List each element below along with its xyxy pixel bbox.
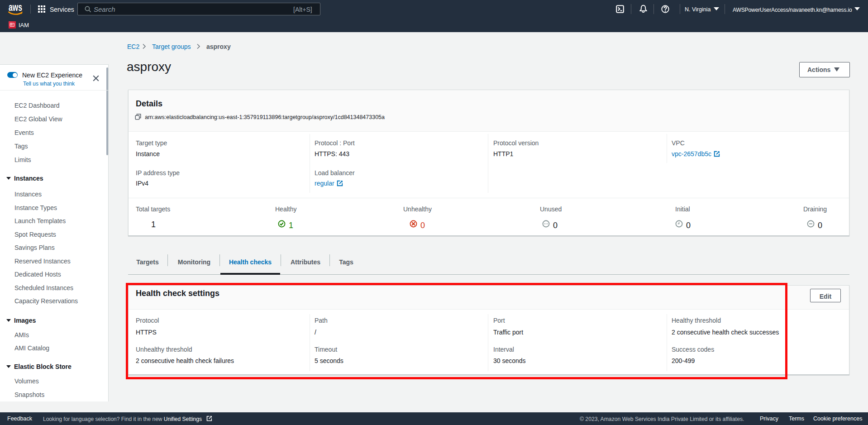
svg-text:aws: aws [9, 3, 22, 13]
